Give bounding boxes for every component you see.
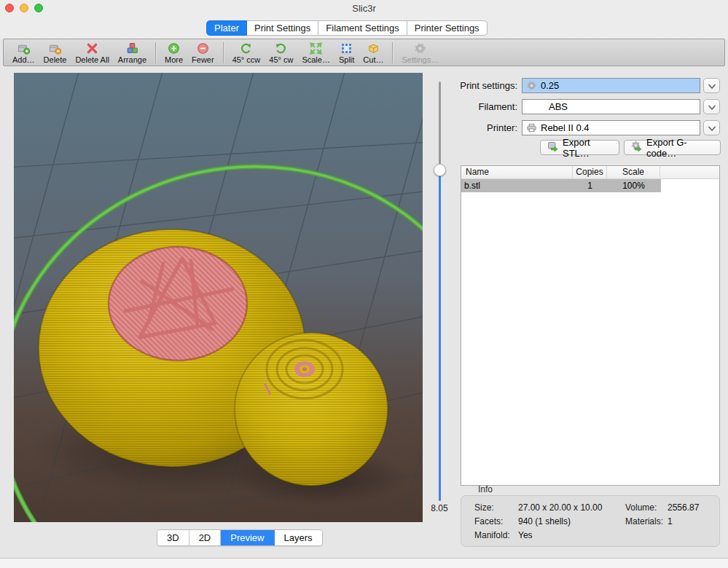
chevron-down-icon	[708, 100, 716, 114]
rotate-ccw-button[interactable]: 45° ccw	[228, 42, 265, 64]
facets-label: Facets:	[474, 515, 518, 529]
row-copies: 1	[573, 179, 607, 192]
filament-value: ABS	[549, 100, 568, 114]
slider-track-lower[interactable]	[439, 170, 441, 501]
cut-button[interactable]: Cut…	[359, 42, 388, 64]
volume-value: 2556.87	[668, 501, 719, 515]
filament-dropdown-button[interactable]	[703, 99, 720, 114]
settings-gear-icon	[414, 42, 426, 55]
split-button[interactable]: Split	[334, 42, 359, 64]
manifold-label: Manifold:	[474, 529, 518, 543]
window-title: Slic3r	[0, 3, 728, 14]
chevron-down-icon	[708, 79, 716, 92]
toolbar: Add… Delete Delete All Arrange	[3, 39, 725, 66]
toolbar-label: Scale…	[302, 55, 330, 64]
printer-dropdown-button[interactable]	[703, 120, 720, 135]
add-box-icon	[17, 42, 30, 55]
export-stl-icon	[547, 141, 559, 154]
toolbar-label: 45° cw	[269, 55, 293, 64]
column-header-scale[interactable]: Scale	[607, 166, 660, 178]
slider-value: 8.05	[426, 503, 453, 513]
facets-value: 940 (1 shells)	[518, 515, 625, 529]
materials-label: Materials:	[625, 515, 668, 529]
size-label: Size:	[474, 501, 518, 515]
rotate-ccw-icon	[240, 42, 252, 55]
more-plus-icon	[168, 42, 180, 55]
gcode-preview-scene	[14, 73, 423, 522]
print-settings-dropdown-button[interactable]	[703, 78, 720, 93]
toolbar-label: Settings…	[402, 55, 439, 64]
slider-thumb[interactable]	[434, 164, 446, 176]
arrange-button[interactable]: Arrange	[114, 42, 151, 64]
cut-box-icon	[367, 42, 380, 55]
rotate-cw-icon	[275, 42, 287, 55]
delete-button[interactable]: Delete	[39, 42, 71, 64]
print-settings-label: Print settings:	[447, 78, 517, 93]
chevron-down-icon	[708, 122, 716, 135]
rotate-cw-button[interactable]: 45° cw	[265, 42, 297, 64]
delete-box-icon	[49, 42, 61, 55]
split-icon	[340, 42, 353, 55]
layer-slider[interactable]	[428, 73, 452, 522]
row-name: b.stl	[461, 179, 573, 192]
toolbar-label: Add…	[12, 55, 35, 64]
delete-all-icon	[86, 42, 98, 55]
export-gcode-icon	[631, 141, 643, 154]
slider-track-upper[interactable]	[439, 82, 441, 170]
toolbar-separator	[392, 42, 393, 63]
toolbar-separator	[223, 42, 224, 63]
info-box: Size: 27.00 x 20.00 x 10.00 Volume: 2556…	[461, 495, 720, 547]
view-2d-button[interactable]: 2D	[189, 530, 222, 545]
fewer-minus-icon	[197, 42, 209, 55]
main-tabs: Plater Print Settings Filament Settings …	[206, 20, 488, 36]
scale-arrows-icon	[310, 42, 322, 55]
filament-label: Filament:	[447, 99, 517, 114]
tab-plater[interactable]: Plater	[206, 20, 247, 36]
toolbar-label: Delete	[44, 55, 67, 64]
toolbar-label: Split	[339, 55, 354, 64]
export-gcode-label: Export G-code…	[646, 137, 713, 159]
scale-button[interactable]: Scale…	[297, 42, 334, 64]
view-preview-button[interactable]: Preview	[221, 530, 274, 545]
toolbar-label: Fewer	[192, 55, 214, 64]
table-row[interactable]: b.stl 1 100%	[461, 179, 661, 192]
export-stl-label: Export STL…	[563, 137, 612, 159]
fewer-button[interactable]: Fewer	[187, 42, 219, 64]
toolbar-separator	[155, 42, 156, 63]
toolbar-label: Arrange	[118, 55, 146, 64]
tab-filament-settings[interactable]: Filament Settings	[318, 20, 407, 36]
view-switcher: 3D 2D Preview Layers	[157, 529, 323, 546]
print-settings-combo[interactable]: 0.25	[522, 78, 700, 93]
window-bottom-edge	[0, 558, 728, 568]
row-scale: 100%	[607, 179, 660, 192]
manifold-value: Yes	[518, 529, 625, 543]
view-layers-button[interactable]: Layers	[275, 530, 322, 545]
delete-all-button[interactable]: Delete All	[71, 42, 113, 64]
printer-value: Rebel II 0.4	[541, 121, 590, 135]
print-settings-value: 0.25	[541, 79, 559, 92]
toolbar-label: 45° ccw	[232, 55, 261, 64]
3d-viewport[interactable]	[14, 73, 423, 522]
more-button[interactable]: More	[160, 42, 187, 64]
add-button[interactable]: Add…	[8, 42, 39, 64]
toolbar-label: More	[165, 55, 183, 64]
toolbar-label: Delete All	[75, 55, 109, 64]
object-list-header: Name Copies Scale	[461, 166, 719, 179]
tab-print-settings[interactable]: Print Settings	[247, 20, 318, 36]
settings-button[interactable]: Settings…	[397, 42, 443, 64]
toolbar-label: Cut…	[363, 55, 383, 64]
export-stl-button[interactable]: Export STL…	[540, 140, 619, 155]
object-list: Name Copies Scale b.stl 1 100%	[461, 165, 720, 486]
titlebar: Slic3r Plater Print Settings Filament Se…	[0, 0, 728, 39]
view-3d-button[interactable]: 3D	[157, 530, 189, 545]
export-gcode-button[interactable]: Export G-code…	[624, 140, 721, 155]
column-header-copies[interactable]: Copies	[573, 166, 607, 178]
size-value: 27.00 x 20.00 x 10.00	[518, 501, 625, 515]
printer-combo[interactable]: Rebel II 0.4	[522, 120, 700, 135]
tab-printer-settings[interactable]: Printer Settings	[407, 20, 488, 36]
info-section-title: Info	[478, 484, 493, 494]
column-header-name[interactable]: Name	[461, 166, 573, 178]
volume-label: Volume:	[625, 501, 668, 515]
filament-combo[interactable]: ABS	[522, 99, 700, 114]
materials-value: 1	[668, 515, 719, 529]
